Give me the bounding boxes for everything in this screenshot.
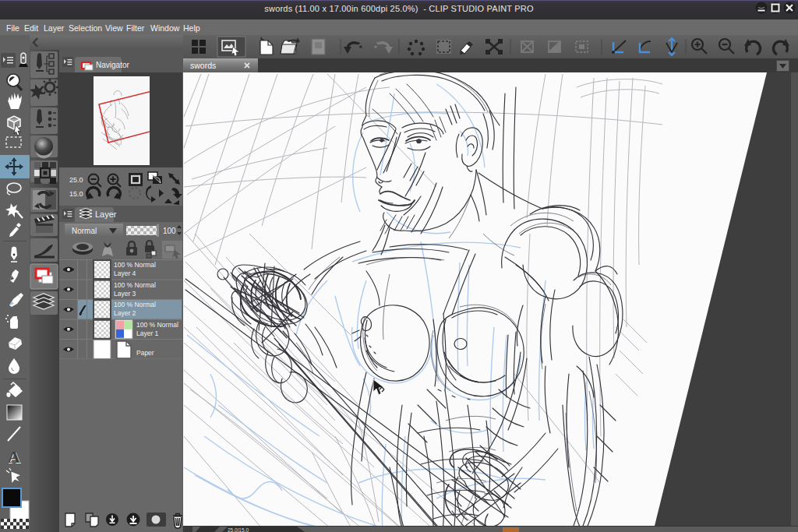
svg-text:25.0|15.0: 25.0|15.0: [228, 527, 249, 532]
svg-text:100 % Normal: 100 % Normal: [114, 261, 156, 269]
svg-text:100 % Normal: 100 % Normal: [114, 281, 156, 289]
svg-text:Normal: Normal: [72, 227, 97, 235]
svg-text:25.0: 25.0: [69, 176, 83, 184]
svg-text:100 % Normal: 100 % Normal: [136, 321, 178, 329]
svg-text:Layer 1: Layer 1: [136, 329, 159, 337]
svg-text:Layer 2: Layer 2: [114, 309, 136, 317]
svg-text:Navigator: Navigator: [96, 61, 129, 69]
svg-text:15.0: 15.0: [69, 190, 83, 198]
svg-text:100 % Normal: 100 % Normal: [114, 301, 156, 308]
svg-text:A: A: [8, 447, 20, 467]
svg-text:Paper: Paper: [136, 349, 154, 357]
svg-text:Layer 3: Layer 3: [114, 290, 136, 298]
svg-text:100: 100: [163, 227, 176, 235]
svg-text:Layer: Layer: [95, 210, 117, 219]
svg-text:Layer 4: Layer 4: [114, 270, 136, 277]
